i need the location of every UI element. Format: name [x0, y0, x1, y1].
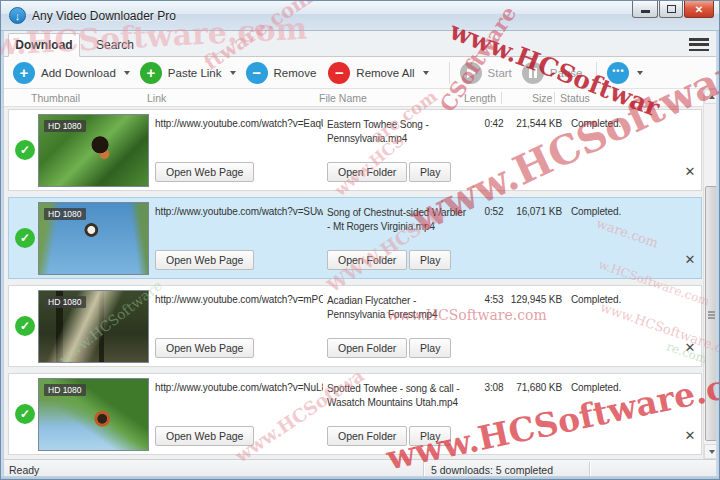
open-folder-button[interactable]: Open Folder [327, 426, 407, 446]
column-thumbnail: Thumbnail [31, 92, 80, 104]
download-status: Completed. [571, 294, 621, 305]
more-dots-icon: ••• [607, 62, 629, 84]
remove-row-icon[interactable]: ✕ [681, 250, 699, 268]
column-status: Status [560, 92, 590, 104]
remove-all-icon: − [328, 62, 350, 84]
completed-check-icon: ✓ [15, 228, 35, 248]
remove-button[interactable]: − Remove [246, 62, 317, 84]
hd-badge: HD 1080 [44, 384, 86, 396]
download-row-selected[interactable]: ✓ HD 1080 http://www.youtube.com/watch?v… [8, 197, 702, 279]
completed-check-icon: ✓ [15, 404, 35, 424]
file-size: 71,680 KB [504, 382, 562, 393]
title-bar[interactable]: ↓ Any Video Downloader Pro ✕ [1, 1, 719, 31]
column-size: Size [532, 92, 552, 104]
video-link: http://www.youtube.com/watch?v=SUw4rC7SS… [155, 206, 323, 217]
video-thumbnail: HD 1080 [38, 290, 149, 363]
minimize-button[interactable] [632, 1, 658, 18]
menu-icon[interactable] [689, 38, 709, 51]
paste-icon: + [140, 62, 162, 84]
video-link: http://www.youtube.com/watch?v=EaqUAPgp2… [155, 118, 323, 129]
file-name: Spotted Towhee - song & call - Wasatch M… [327, 382, 469, 409]
play-file-button[interactable]: Play [409, 426, 451, 446]
status-ready: Ready [9, 464, 39, 476]
start-button[interactable]: Start [460, 62, 512, 84]
pause-button[interactable]: Pause [522, 62, 583, 84]
column-separator [501, 92, 502, 104]
column-length: Length [464, 92, 496, 104]
column-separator [554, 92, 555, 104]
more-options-dropdown-icon[interactable] [637, 71, 643, 75]
tab-download[interactable]: Download [8, 33, 80, 57]
play-file-button[interactable]: Play [409, 250, 451, 270]
paste-link-dropdown-icon[interactable] [230, 71, 236, 75]
video-thumbnail: HD 1080 [38, 202, 149, 275]
column-link: Link [147, 92, 166, 104]
download-row[interactable]: ✓ HD 1080 http://www.youtube.com/watch?v… [8, 109, 702, 191]
paste-link-button[interactable]: + Paste Link [140, 62, 222, 84]
file-name: Eastern Towhee Song - Pennsylvania.mp4 [327, 118, 469, 145]
window-title: Any Video Downloader Pro [32, 9, 176, 23]
status-separator [423, 462, 424, 476]
play-file-button[interactable]: Play [409, 338, 451, 358]
completed-check-icon: ✓ [15, 316, 35, 336]
window-edge [1, 31, 4, 480]
tab-search[interactable]: Search [80, 33, 150, 57]
hd-badge: HD 1080 [44, 296, 86, 308]
add-download-button[interactable]: + Add Download [13, 62, 116, 84]
status-separator [589, 462, 590, 476]
remove-all-button[interactable]: − Remove All [328, 62, 414, 84]
window-edge [716, 31, 719, 480]
download-row[interactable]: ✓ HD 1080 http://www.youtube.com/watch?v… [8, 373, 702, 455]
download-status: Completed. [571, 206, 621, 217]
download-status: Completed. [571, 118, 621, 129]
download-status: Completed. [571, 382, 621, 393]
status-summary: 5 downloads: 5 completed [431, 464, 553, 476]
more-options-button[interactable]: ••• [607, 62, 629, 84]
toolbar-separator [596, 62, 597, 84]
file-size: 16,071 KB [504, 206, 562, 217]
toolbar-separator [449, 62, 450, 84]
video-thumbnail: HD 1080 [38, 114, 149, 187]
hd-badge: HD 1080 [44, 208, 86, 220]
add-download-dropdown-icon[interactable] [124, 71, 130, 75]
toolbar: + Add Download + Paste Link − Remove − R… [1, 57, 719, 89]
video-link: http://www.youtube.com/watch?v=NuL885n0z… [155, 382, 323, 393]
video-thumbnail: HD 1080 [38, 378, 149, 451]
add-icon: + [13, 62, 35, 84]
open-web-page-button[interactable]: Open Web Page [155, 162, 254, 182]
open-folder-button[interactable]: Open Folder [327, 338, 407, 358]
close-button[interactable]: ✕ [684, 1, 714, 18]
open-web-page-button[interactable]: Open Web Page [155, 338, 254, 358]
remove-row-icon[interactable]: ✕ [681, 338, 699, 356]
completed-check-icon: ✓ [15, 140, 35, 160]
open-folder-button[interactable]: Open Folder [327, 162, 407, 182]
tab-bar: Download Search [1, 31, 719, 57]
download-list: ✓ HD 1080 http://www.youtube.com/watch?v… [1, 107, 703, 459]
maximize-icon [667, 5, 676, 13]
column-file-name: File Name [319, 92, 367, 104]
file-size: 21,544 KB [504, 118, 562, 129]
open-web-page-button[interactable]: Open Web Page [155, 426, 254, 446]
download-row[interactable]: ✓ HD 1080 http://www.youtube.com/watch?v… [8, 285, 702, 367]
remove-row-icon[interactable]: ✕ [681, 162, 699, 180]
hd-badge: HD 1080 [44, 120, 86, 132]
remove-icon: − [246, 62, 268, 84]
file-size: 129,945 KB [504, 294, 562, 305]
video-link: http://www.youtube.com/watch?v=mPCQ024IJ… [155, 294, 323, 305]
open-folder-button[interactable]: Open Folder [327, 250, 407, 270]
maximize-button[interactable] [659, 1, 683, 18]
file-name: Acadian Flycatcher - Pennsylvania Forest… [327, 294, 469, 321]
remove-row-icon[interactable]: ✕ [681, 426, 699, 444]
scrollbar-grip [708, 311, 715, 313]
open-web-page-button[interactable]: Open Web Page [155, 250, 254, 270]
column-header-row: Thumbnail Link File Name Length Size Sta… [1, 89, 703, 107]
file-name: Song of Chestnut-sided Warbler - Mt Roge… [327, 206, 469, 233]
start-icon [460, 62, 482, 84]
app-logo-icon: ↓ [9, 7, 26, 24]
minimize-icon [641, 10, 650, 13]
remove-all-dropdown-icon[interactable] [423, 71, 429, 75]
play-file-button[interactable]: Play [409, 162, 451, 182]
pause-icon [522, 62, 544, 84]
app-window: ↓ Any Video Downloader Pro ✕ Download Se… [0, 0, 720, 480]
window-edge [1, 476, 719, 479]
